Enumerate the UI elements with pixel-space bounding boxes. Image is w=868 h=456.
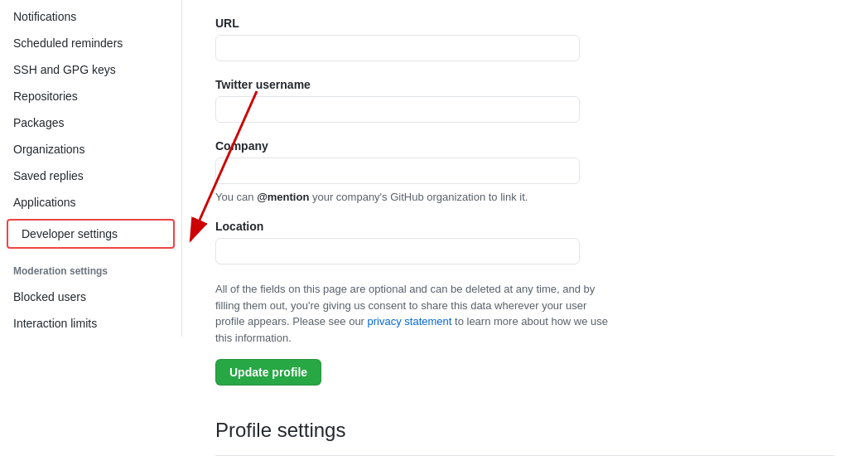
sidebar-item-ssh-gpg-keys[interactable]: SSH and GPG keys — [0, 56, 181, 83]
sidebar-item-applications[interactable]: Applications — [0, 189, 181, 216]
twitter-label: Twitter username — [215, 78, 835, 91]
location-input[interactable] — [215, 238, 580, 264]
sidebar-item-organizations[interactable]: Organizations — [0, 136, 181, 163]
company-input[interactable] — [215, 158, 580, 184]
sidebar: Notifications Scheduled reminders SSH an… — [0, 0, 182, 337]
company-help-text: You can @mention your company's GitHub o… — [215, 191, 580, 203]
sidebar-item-notifications[interactable]: Notifications — [0, 3, 181, 30]
company-label: Company — [215, 139, 835, 153]
company-field-group: Company You can @mention your company's … — [215, 139, 835, 203]
privacy-statement-link[interactable]: privacy statement — [368, 315, 452, 327]
profile-settings-title: Profile settings — [215, 419, 835, 449]
main-content: URL Twitter username Company You can @me… — [182, 0, 868, 456]
url-field-group: URL — [215, 17, 835, 61]
sidebar-item-packages[interactable]: Packages — [0, 109, 181, 136]
url-label: URL — [215, 17, 835, 30]
sidebar-item-developer-settings[interactable]: Developer settings — [7, 219, 175, 249]
moderation-settings-header: Moderation settings — [0, 252, 181, 284]
twitter-field-group: Twitter username — [215, 78, 835, 123]
url-input[interactable] — [215, 35, 580, 61]
location-label: Location — [215, 220, 835, 233]
location-field-group: Location — [215, 220, 835, 264]
sidebar-item-scheduled-reminders[interactable]: Scheduled reminders — [0, 30, 181, 56]
twitter-input[interactable] — [215, 96, 580, 123]
consent-info-text: All of the fields on this page are optio… — [215, 281, 613, 346]
sidebar-item-blocked-users[interactable]: Blocked users — [0, 284, 181, 310]
sidebar-item-repositories[interactable]: Repositories — [0, 83, 181, 109]
update-profile-button[interactable]: Update profile — [215, 359, 321, 386]
sidebar-item-interaction-limits[interactable]: Interaction limits — [0, 310, 181, 337]
sidebar-item-saved-replies[interactable]: Saved replies — [0, 163, 181, 189]
